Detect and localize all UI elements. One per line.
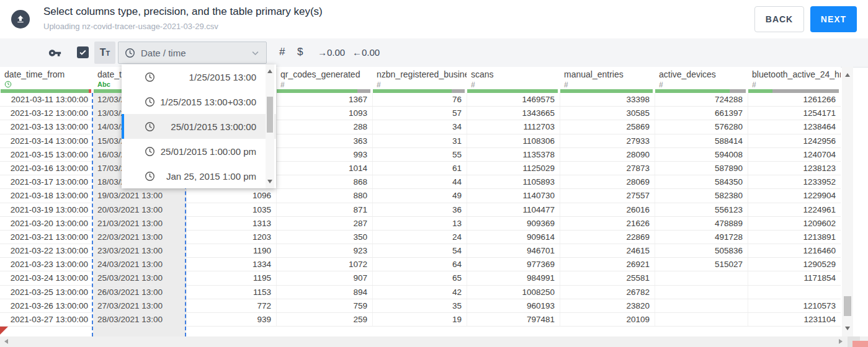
table-cell[interactable]: 491728 [655, 231, 748, 244]
table-cell[interactable] [655, 286, 748, 299]
table-cell[interactable]: 2021-03-14 13:00:00 [0, 134, 93, 147]
table-cell[interactable]: 23820 [560, 299, 655, 312]
table-cell[interactable]: 1240704 [748, 148, 841, 161]
column-header-bluetooth_active_24_hr_[interactable]: bluetooth_active_24_hr_# [748, 67, 841, 93]
table-cell[interactable]: 44 [372, 175, 467, 188]
table-cell[interactable]: 588414 [655, 134, 748, 147]
table-cell[interactable]: 478889 [655, 217, 748, 230]
table-cell[interactable]: 2021-03-20 13:00:00 [0, 217, 93, 230]
table-cell[interactable]: 1231104 [748, 313, 841, 326]
table-cell[interactable]: 1104477 [467, 203, 560, 216]
table-cell[interactable]: 515027 [655, 258, 748, 271]
table-cell[interactable]: 2021-03-11 13:00:00 [0, 93, 93, 106]
table-cell[interactable]: 2021-03-12 13:00:00 [0, 107, 93, 120]
table-cell[interactable]: 13 [372, 217, 467, 230]
table-cell[interactable]: 977369 [467, 258, 560, 271]
table-cell[interactable]: 2021-03-27 13:00:00 [0, 313, 93, 326]
format-menu-item[interactable]: 25/01/2015 13:00:00 [122, 114, 276, 139]
table-cell[interactable]: 259 [276, 313, 372, 326]
table-cell[interactable]: 2021-03-22 13:00:00 [0, 244, 93, 257]
table-cell[interactable]: 1135378 [467, 148, 560, 161]
text-type-button[interactable]: TT [94, 42, 115, 64]
next-button[interactable]: NEXT [810, 6, 857, 32]
table-cell[interactable]: 1290529 [748, 258, 841, 271]
table-cell[interactable]: 26/03/2021 13:00 [93, 286, 186, 299]
table-cell[interactable]: 54 [372, 244, 467, 257]
table-cell[interactable]: 772 [186, 299, 276, 312]
table-cell[interactable]: 55 [372, 148, 467, 161]
table-cell[interactable]: 1125029 [467, 162, 560, 175]
format-menu-item[interactable]: Jan 25, 2015 1:00 pm [122, 164, 276, 188]
table-cell[interactable]: 923 [276, 244, 372, 257]
table-cell[interactable]: 871 [276, 203, 372, 216]
table-cell[interactable]: 1112703 [467, 120, 560, 133]
table-cell[interactable] [748, 286, 841, 299]
back-button[interactable]: BACK [754, 6, 804, 32]
table-cell[interactable]: 661397 [655, 107, 748, 120]
table-cell[interactable]: 21626 [560, 217, 655, 230]
table-cell[interactable]: 1105893 [467, 175, 560, 188]
table-cell[interactable]: 724288 [655, 93, 748, 106]
table-cell[interactable]: 1233952 [748, 175, 841, 188]
format-menu-item[interactable]: 1/25/2015 13:00 [122, 64, 276, 89]
column-header-qr_codes_generated[interactable]: qr_codes_generated# [276, 67, 372, 93]
table-cell[interactable]: 1367 [276, 93, 372, 106]
table-cell[interactable]: 24615 [560, 244, 655, 257]
table-cell[interactable]: 587890 [655, 162, 748, 175]
table-cell[interactable]: 1229904 [748, 189, 841, 202]
table-cell[interactable]: 984991 [467, 271, 560, 284]
table-cell[interactable]: 27933 [560, 134, 655, 147]
table-cell[interactable]: 880 [276, 189, 372, 202]
table-cell[interactable]: 1261266 [748, 93, 841, 106]
table-cell[interactable]: 2021-03-24 13:00:00 [0, 271, 93, 284]
table-cell[interactable]: 909614 [467, 231, 560, 244]
column-enabled-checkbox[interactable] [77, 46, 89, 58]
table-cell[interactable]: 36 [372, 203, 467, 216]
table-cell[interactable]: 28090 [560, 148, 655, 161]
vertical-scrollbar[interactable] [842, 67, 853, 336]
table-cell[interactable]: 993 [276, 148, 372, 161]
table-cell[interactable]: 20109 [560, 313, 655, 326]
table-cell[interactable]: 1343665 [467, 107, 560, 120]
table-cell[interactable]: 2021-03-26 13:00:00 [0, 299, 93, 312]
table-cell[interactable]: 21/03/2021 13:00 [93, 217, 186, 230]
table-cell[interactable]: 35 [372, 299, 467, 312]
primary-key-icon[interactable] [48, 46, 61, 62]
table-cell[interactable]: 1224961 [748, 203, 841, 216]
table-cell[interactable]: 42 [372, 286, 467, 299]
scroll-left-icon[interactable] [4, 339, 8, 344]
table-cell[interactable]: 556123 [655, 203, 748, 216]
table-cell[interactable]: 1213891 [748, 231, 841, 244]
scroll-right-icon[interactable] [839, 339, 843, 344]
table-cell[interactable] [655, 299, 748, 312]
format-menu-item[interactable]: 25/01/2015 1:00:00 pm [122, 139, 276, 164]
table-cell[interactable]: 287 [276, 217, 372, 230]
table-cell[interactable] [655, 271, 748, 284]
table-cell[interactable]: 1216460 [748, 244, 841, 257]
table-cell[interactable]: 797481 [467, 313, 560, 326]
menu-scroll-down-icon[interactable] [267, 180, 272, 183]
table-cell[interactable]: 946701 [467, 244, 560, 257]
table-cell[interactable]: 1209602 [748, 217, 841, 230]
column-header-date_time_from[interactable]: date_time_from [0, 67, 93, 93]
column-header-nzbn_registered_busine[interactable]: nzbn_registered_busine# [372, 67, 467, 93]
table-cell[interactable]: 76 [372, 93, 467, 106]
table-cell[interactable]: 34 [372, 120, 467, 133]
horizontal-scrollbar[interactable] [0, 336, 868, 347]
table-cell[interactable]: 1195 [186, 271, 276, 284]
table-cell[interactable]: 582380 [655, 189, 748, 202]
scroll-up-icon[interactable] [845, 73, 850, 77]
table-cell[interactable]: 26016 [560, 203, 655, 216]
table-cell[interactable]: 1108306 [467, 134, 560, 147]
currency-type-button[interactable]: $ [297, 46, 303, 58]
table-cell[interactable]: 25869 [560, 120, 655, 133]
table-cell[interactable]: 1008250 [467, 286, 560, 299]
table-cell[interactable]: 2021-03-19 13:00:00 [0, 203, 93, 216]
menu-scrollbar[interactable] [266, 64, 274, 188]
table-cell[interactable]: 33398 [560, 93, 655, 106]
table-cell[interactable]: 594008 [655, 148, 748, 161]
column-header-manual_entries[interactable]: manual_entries# [560, 67, 655, 93]
decrease-precision-button[interactable]: ←0.00 [352, 47, 380, 58]
table-cell[interactable]: 1072 [276, 258, 372, 271]
column-header-scans[interactable]: scans# [467, 67, 560, 93]
